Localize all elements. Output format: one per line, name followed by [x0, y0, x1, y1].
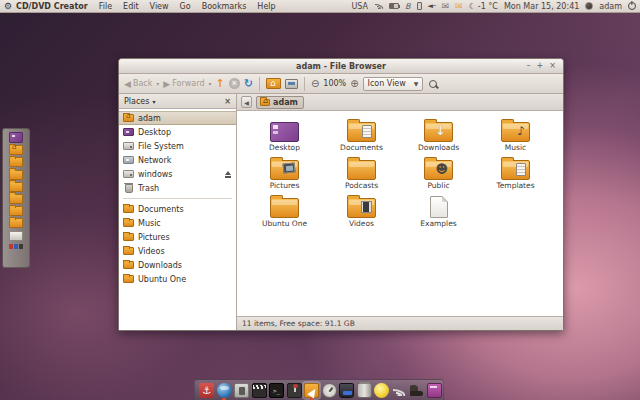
file-view[interactable]: Desktop Documents ↓ Downloads ♪ Music — [237, 111, 563, 316]
eject-icon[interactable] — [224, 171, 232, 178]
search-icon[interactable] — [429, 80, 437, 88]
messages-icon[interactable]: ✉ — [455, 1, 463, 11]
dock-home-folder-icon[interactable] — [9, 145, 23, 155]
file-icon-templates[interactable]: Templates — [477, 155, 554, 193]
close-button[interactable]: × — [549, 62, 556, 70]
device-icon[interactable] — [417, 2, 422, 10]
maximize-button[interactable]: + — [537, 62, 544, 70]
sidebar-item-adam[interactable]: adam — [119, 111, 236, 125]
clock-indicator[interactable]: Mon Mar 15, 20:41 — [504, 2, 579, 11]
file-icon-documents[interactable]: Documents — [323, 117, 400, 155]
sidebar-item-music[interactable]: Music — [119, 216, 236, 230]
dock-pictures-folder-icon[interactable] — [9, 170, 23, 180]
zoom-out-button[interactable]: ⊖ — [311, 79, 319, 89]
menu-bookmarks[interactable]: Bookmarks — [202, 2, 247, 11]
sidebar-item-documents[interactable]: Documents — [119, 202, 236, 216]
up-button[interactable]: ↑ — [215, 78, 224, 89]
file-icon-videos[interactable]: Videos — [323, 193, 400, 231]
forward-dropdown-icon[interactable]: ▾ — [208, 80, 211, 87]
places-sidebar: Places ▾ × adam Desktop File Sys — [119, 94, 237, 330]
stop-button[interactable]: × — [229, 78, 240, 89]
computer-button[interactable] — [285, 79, 298, 89]
terminal-icon[interactable]: >_ — [269, 383, 284, 398]
wifi-app-icon[interactable] — [392, 383, 407, 398]
sidebar-item-videos[interactable]: Videos — [119, 244, 236, 258]
desktop-icon — [123, 128, 134, 136]
menu-file[interactable]: File — [99, 2, 112, 11]
dock-workspace-strip[interactable] — [9, 244, 23, 249]
dock-folder-icon[interactable] — [9, 218, 23, 228]
titlebar[interactable]: adam - File Browser – + × — [119, 59, 563, 74]
sidebar-close-icon[interactable]: × — [224, 97, 231, 106]
sidebar-item-trash[interactable]: Trash — [119, 181, 236, 195]
workspaces-icon[interactable] — [427, 383, 442, 398]
file-icon-podcasts[interactable]: Podcasts — [323, 155, 400, 193]
sidebar-item-windows[interactable]: windows — [119, 167, 236, 181]
video-editor-icon[interactable] — [252, 383, 267, 398]
trash-icon[interactable] — [357, 383, 372, 398]
path-scroll-left-button[interactable]: ◀ — [241, 96, 252, 108]
dock-music-folder-icon[interactable] — [9, 182, 23, 192]
file-icon-pictures[interactable]: Pictures — [246, 155, 323, 193]
ink-app-icon[interactable] — [339, 383, 354, 398]
media-player-icon[interactable] — [234, 383, 249, 398]
dock-downloads-folder-icon[interactable] — [9, 206, 23, 216]
back-dropdown-icon[interactable]: ▾ — [156, 80, 159, 87]
web-browser-icon[interactable] — [217, 383, 232, 398]
dock-desktop-icon[interactable] — [9, 132, 23, 143]
sidebar-header[interactable]: Places ▾ × — [119, 94, 236, 109]
volume-icon[interactable]: ◄··· — [428, 2, 436, 10]
back-button[interactable]: ◀ Back — [124, 79, 152, 89]
view-mode-value: Icon View — [368, 79, 406, 88]
sidebar-item-ubuntu-one[interactable]: Ubuntu One — [119, 272, 236, 286]
sidebar-item-network[interactable]: Network — [119, 153, 236, 167]
menu-edit[interactable]: Edit — [123, 2, 139, 11]
sidebar-header-label: Places — [124, 97, 149, 106]
home-button[interactable] — [266, 78, 281, 89]
menu-view[interactable]: View — [150, 2, 169, 11]
statusbar: 11 items, Free space: 91.1 GB — [237, 316, 563, 330]
battery-icon[interactable] — [389, 3, 399, 9]
window-controls: – + × — [527, 62, 563, 70]
power-icon[interactable] — [628, 2, 636, 10]
file-icon-public[interactable]: ☻ Public — [400, 155, 477, 193]
app-menu-icon[interactable]: ⚙ — [4, 1, 12, 11]
weather-indicator[interactable]: ☾ -1 °C — [469, 2, 498, 11]
bluetooth-icon[interactable]: B — [405, 2, 411, 11]
sidebar-item-desktop[interactable]: Desktop — [119, 125, 236, 139]
breadcrumb-adam[interactable]: adam — [256, 96, 304, 109]
zoom-in-button[interactable]: ⊕ — [350, 79, 358, 89]
sidebar-separator — [123, 198, 232, 199]
forward-button[interactable]: ▶ Forward — [163, 79, 204, 89]
mail-icon[interactable]: ✉ — [442, 1, 450, 11]
dock-computer-icon[interactable] — [9, 231, 23, 241]
file-icon-music[interactable]: ♪ Music — [477, 117, 554, 155]
file-icon-ubuntu-one[interactable]: Ubuntu One — [246, 193, 323, 231]
user-avatar[interactable] — [585, 2, 593, 10]
keyboard-layout-indicator[interactable]: USA — [351, 2, 368, 11]
folder-icon — [123, 275, 134, 283]
wifi-icon[interactable] — [374, 3, 383, 9]
minimize-button[interactable]: – — [527, 62, 531, 70]
file-manager-icon[interactable] — [304, 383, 319, 398]
sidebar-item-downloads[interactable]: Downloads — [119, 258, 236, 272]
sidebar-item-file-system[interactable]: File System — [119, 139, 236, 153]
sidebar-item-pictures[interactable]: Pictures — [119, 230, 236, 244]
file-icon-desktop[interactable]: Desktop — [246, 117, 323, 155]
view-mode-select[interactable]: Icon View ▼ — [363, 77, 424, 91]
clock-app-icon[interactable] — [322, 383, 337, 398]
menu-go[interactable]: Go — [180, 2, 191, 11]
menu-help[interactable]: Help — [257, 2, 275, 11]
file-icon-examples[interactable]: Examples — [400, 193, 477, 231]
dock-videos-folder-icon[interactable] — [9, 194, 23, 204]
boot-app-icon[interactable] — [409, 383, 424, 398]
refresh-button[interactable]: ↻ — [244, 78, 253, 89]
dock-documents-folder-icon[interactable] — [9, 157, 23, 167]
anchor-app-icon[interactable]: ⚓ — [199, 383, 214, 398]
games-icon[interactable] — [287, 383, 302, 398]
app-title[interactable]: CD/DVD Creator — [16, 2, 88, 11]
bottom-dock: ⚓ >_ — [194, 379, 444, 400]
user-menu[interactable]: adam — [599, 2, 622, 11]
yellow-ball-app-icon[interactable] — [374, 383, 389, 398]
file-icon-downloads[interactable]: ↓ Downloads — [400, 117, 477, 155]
